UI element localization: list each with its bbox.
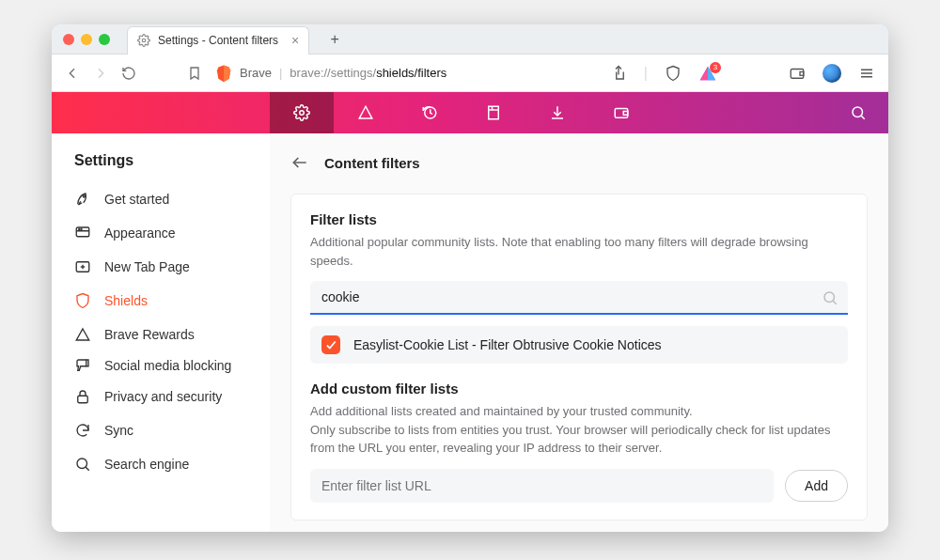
svg-line-25 [86,467,89,471]
sidebar-item-label: New Tab Page [104,259,190,274]
lock-icon [74,388,91,405]
sidebar: Settings Get started Appearance New Tab … [52,133,270,532]
svg-rect-11 [615,109,628,118]
sidebar-item-social[interactable]: Social media blocking [74,351,270,380]
close-window-button[interactable] [63,34,74,45]
sidebar-item-label: Social media blocking [104,357,231,374]
sidebar-item-rewards[interactable]: Brave Rewards [74,318,270,351]
bookmark-button[interactable] [187,66,202,81]
sidebar-title: Settings [74,152,270,169]
filter-checkbox[interactable] [321,335,340,354]
sidebar-item-appearance[interactable]: Appearance [74,216,270,250]
sidebar-item-label: Sync [104,423,133,438]
svg-point-19 [81,228,82,229]
wallet-button[interactable] [789,65,806,82]
filter-result-label: Easylist-Cookie List - Filter Obtrusive … [353,337,662,352]
nav-search-button[interactable] [838,104,879,121]
nav-settings[interactable] [270,92,334,133]
svg-rect-23 [78,396,88,403]
address-text: brave://settings/shields/filters [290,66,446,80]
page-body: Settings Get started Appearance New Tab … [52,133,888,532]
sidebar-item-privacy[interactable]: Privacy and security [74,380,270,413]
svg-line-28 [833,301,837,304]
filter-lists-desc: Additional popular community lists. Note… [310,233,848,270]
shields-button[interactable] [665,65,682,82]
svg-rect-8 [489,106,499,119]
custom-lists-title: Add custom filter lists [310,381,848,397]
address-brand: Brave [240,66,272,80]
window-controls [63,34,110,45]
sidebar-item-sync[interactable]: Sync [74,413,270,447]
new-tab-button[interactable]: + [322,27,347,52]
search-icon [822,289,838,306]
svg-point-27 [824,292,835,303]
sidebar-item-label: Search engine [104,457,189,472]
sidebar-item-label: Brave Rewards [104,327,195,342]
add-button[interactable]: Add [785,470,848,502]
titlebar: Settings - Content filters × + [52,24,888,54]
forward-button[interactable] [93,66,108,81]
close-tab-button[interactable]: × [291,33,299,48]
sidebar-item-new-tab[interactable]: New Tab Page [74,250,270,284]
search-icon [74,456,91,473]
back-button[interactable] [65,66,80,81]
sidebar-item-label: Privacy and security [104,389,222,404]
svg-rect-2 [800,71,804,75]
new-tab-icon [74,258,91,275]
filter-lists-title: Filter lists [310,211,848,227]
filter-search [310,281,848,315]
tab-title: Settings - Content filters [158,34,278,47]
browser-window: Settings - Content filters × + Brave | b… [52,24,888,532]
rewards-badge-count: 3 [710,62,721,73]
rocket-icon [74,191,91,208]
filter-search-input[interactable] [310,281,848,315]
triangle-icon [74,326,91,343]
svg-point-13 [853,107,863,117]
gear-icon [137,34,150,47]
page-title: Content filters [324,155,420,171]
shield-icon [74,292,91,309]
menu-button[interactable] [858,65,875,82]
nav-downloads[interactable] [525,92,589,133]
sidebar-item-label: Shields [104,293,148,308]
svg-point-15 [83,195,85,197]
thumbs-down-icon [74,357,91,374]
svg-point-0 [142,39,146,42]
page-header: Content filters [290,143,868,182]
rewards-button[interactable]: 3 [698,65,717,82]
custom-url-input[interactable] [310,469,774,503]
share-button[interactable] [610,65,627,82]
custom-lists-desc: Add additional lists created and maintai… [310,402,848,458]
svg-point-24 [77,459,87,469]
brave-logo-icon [215,64,232,83]
address-bar[interactable]: Brave | brave://settings/shields/filters [215,64,597,83]
toolbar: Brave | brave://settings/shields/filters… [52,54,888,92]
filter-card: Filter lists Additional popular communit… [290,194,868,521]
filter-result-row[interactable]: Easylist-Cookie List - Filter Obtrusive … [310,326,848,364]
settings-topnav [52,92,888,133]
svg-line-14 [861,116,865,119]
sidebar-item-label: Get started [104,192,169,207]
minimize-window-button[interactable] [81,34,92,45]
svg-point-6 [300,111,305,116]
nav-rewards[interactable] [334,92,398,133]
sidebar-item-label: Appearance [104,226,176,241]
back-arrow-icon[interactable] [290,153,309,172]
svg-rect-12 [623,112,628,116]
main-content: Content filters Filter lists Additional … [270,133,888,532]
sidebar-item-get-started[interactable]: Get started [74,182,270,216]
appearance-icon [74,225,91,241]
reload-button[interactable] [121,66,136,81]
browser-tab[interactable]: Settings - Content filters × [127,26,309,54]
sidebar-item-shields[interactable]: Shields [74,284,270,318]
sync-icon [74,422,91,439]
nav-history[interactable] [398,92,462,133]
svg-point-18 [79,228,80,229]
nav-wallet[interactable] [589,92,653,133]
svg-rect-1 [791,69,804,78]
maximize-window-button[interactable] [99,34,110,45]
sidebar-item-search[interactable]: Search engine [74,447,270,481]
custom-url-row: Add [310,469,848,503]
nav-bookmarks[interactable] [462,92,525,133]
profile-avatar[interactable] [822,64,841,83]
